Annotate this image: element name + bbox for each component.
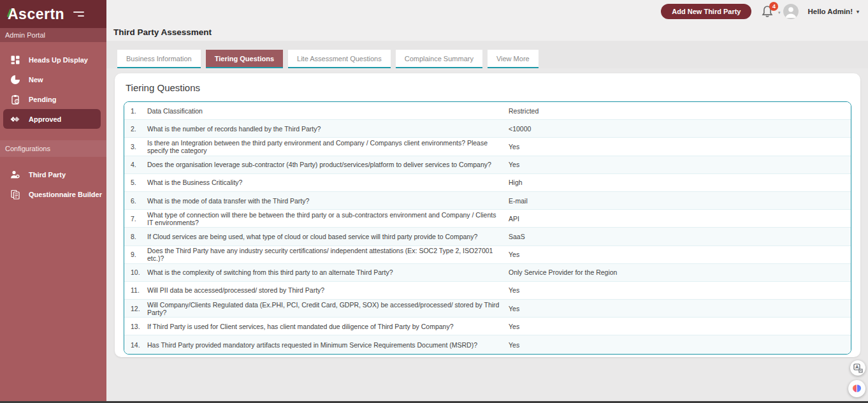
sidebar-item-label: Heads Up Display xyxy=(29,56,88,64)
chevron-down-icon: ▾ xyxy=(857,9,859,15)
content-area: Tiering Questions 1.Data ClassificationR… xyxy=(106,68,868,401)
table-row: 13.If Third Party is used for Client ser… xyxy=(124,318,851,335)
row-number: 4. xyxy=(124,161,147,168)
chevron-down-icon: ▾ xyxy=(778,10,781,15)
pie-icon xyxy=(10,75,20,85)
topbar: Add New Third Party 4 ▾ Hello Admin! ▾ xyxy=(106,0,868,23)
sidebar-section-configurations: Configurations xyxy=(0,140,106,157)
row-number: 12. xyxy=(124,305,147,312)
sidebar-item-label: Third Party xyxy=(29,171,66,179)
tabs: Business Information Tiering Questions L… xyxy=(106,41,868,68)
sidebar-item-heads-up-display[interactable]: Heads Up Display xyxy=(0,50,106,70)
question-text: Will PII data be accessed/processed/ sto… xyxy=(147,286,509,294)
notification-badge: 4 xyxy=(769,2,778,11)
user-menu[interactable]: Hello Admin! ▾ xyxy=(807,8,859,15)
row-number: 7. xyxy=(124,215,147,223)
question-text: Will Company/Clients Regulated data (Ex.… xyxy=(147,301,509,316)
user-gear-icon xyxy=(10,170,20,180)
tiering-questions-card: Tiering Questions 1.Data ClassificationR… xyxy=(115,73,860,357)
sidebar-item-approved[interactable]: Approved xyxy=(3,109,101,129)
row-number: 6. xyxy=(124,197,147,205)
tab-complaince-summary[interactable]: Complaince Summary xyxy=(396,50,482,68)
table-row: 7.What type of connection will there be … xyxy=(124,210,851,228)
sidebar-item-label: Questionnaire Builder xyxy=(29,191,102,198)
answer-text: API xyxy=(509,215,851,223)
sidebar-item-pending[interactable]: Pending xyxy=(0,89,106,109)
table-row: 4.Does the organisation leverage sub-con… xyxy=(124,156,851,174)
assistant-button[interactable] xyxy=(848,380,865,397)
sidebar-config-nav: Third Party Questionnaire Builder xyxy=(0,157,106,209)
table-row: 1.Data ClassificationRestricted xyxy=(124,102,851,120)
logo-bar: Ascertn xyxy=(0,0,106,28)
table-row: 14.Has Third Party provided mandatory ar… xyxy=(124,335,851,353)
sidebar-item-label: New xyxy=(29,76,43,84)
row-number: 10. xyxy=(124,268,147,276)
sidebar-item-questionnaire-builder[interactable]: Questionnaire Builder xyxy=(0,184,106,204)
answer-text: Restricted xyxy=(509,107,851,115)
answer-text: Yes xyxy=(509,305,851,312)
answer-text: SaaS xyxy=(509,233,851,240)
person-icon xyxy=(783,4,799,19)
tab-view-more[interactable]: View More xyxy=(488,50,539,68)
row-number: 8. xyxy=(124,233,147,240)
answer-text: High xyxy=(509,179,851,186)
menu-toggle-icon[interactable] xyxy=(73,11,84,17)
greeting-text: Hello Admin! xyxy=(807,8,853,15)
app-logo[interactable]: Ascertn xyxy=(8,6,64,23)
tab-tiering-questions[interactable]: Tiering Questions xyxy=(206,50,283,68)
page-title: Third Party Assessment xyxy=(113,27,212,37)
table-row: 10.What is the complexity of switching f… xyxy=(124,264,851,282)
table-row: 3.Is there an Integration between the th… xyxy=(124,138,851,156)
question-text: What is the Business Criticality? xyxy=(147,179,509,186)
question-text: What type of connection will there be be… xyxy=(147,211,509,226)
answer-text: Yes xyxy=(509,143,851,150)
table-row: 5.What is the Business Criticality?High xyxy=(124,174,851,192)
table-row: 2.What is the number of records handled … xyxy=(124,120,851,138)
add-new-third-party-button[interactable]: Add New Third Party xyxy=(661,4,751,19)
answer-text: Yes xyxy=(509,323,851,330)
question-text: Does the Third Party have any industry s… xyxy=(147,247,509,262)
row-number: 1. xyxy=(124,107,147,115)
table-row: 8.If Cloud services are being used, what… xyxy=(124,228,851,245)
translate-button[interactable]: A xyxy=(850,360,865,376)
tab-business-information[interactable]: Business Information xyxy=(117,50,201,68)
row-number: 5. xyxy=(124,179,147,186)
question-text: If Third Party is used for Client servic… xyxy=(147,323,509,330)
brain-icon xyxy=(851,384,862,393)
row-number: 14. xyxy=(124,341,147,349)
questionnaire-icon xyxy=(10,189,20,200)
answer-text: Yes xyxy=(509,161,851,168)
answer-text: Yes xyxy=(509,341,851,349)
row-number: 11. xyxy=(124,286,147,294)
question-text: Has Third Party provided mandatory artif… xyxy=(147,341,509,349)
question-text: Does the organisation leverage sub-contr… xyxy=(147,161,509,168)
sidebar-nav: Heads Up Display New Pending Approved xyxy=(0,42,106,134)
tab-lite-assessment-questions[interactable]: Lite Assessment Questions xyxy=(288,50,391,68)
answer-text: E-mail xyxy=(509,197,851,205)
row-number: 13. xyxy=(124,323,147,330)
sidebar-section-admin-portal: Admin Portal xyxy=(0,28,106,42)
row-number: 2. xyxy=(124,125,147,133)
card-heading: Tiering Questions xyxy=(126,82,851,93)
table-row: 11.Will PII data be accessed/processed/ … xyxy=(124,282,851,300)
clipboard-clock-icon xyxy=(10,94,20,105)
answer-text: Yes xyxy=(509,286,851,294)
question-text: What is the complexity of switching from… xyxy=(147,268,509,276)
table-row: 12.Will Company/Clients Regulated data (… xyxy=(124,300,851,318)
sidebar-item-third-party[interactable]: Third Party xyxy=(0,165,106,184)
table-row: 9.Does the Third Party have any industry… xyxy=(124,246,851,264)
notifications-button[interactable]: 4 ▾ xyxy=(760,4,774,18)
avatar[interactable] xyxy=(783,4,799,19)
handshake-icon xyxy=(10,114,20,124)
answer-text: Only Service Provider for the Region xyxy=(509,268,851,276)
svg-text:A: A xyxy=(855,364,859,370)
sidebar-item-label: Approved xyxy=(29,115,61,123)
answer-text: <10000 xyxy=(509,125,851,133)
row-number: 9. xyxy=(124,251,147,258)
question-text: What is the number of records handled by… xyxy=(147,125,509,133)
sidebar-item-new[interactable]: New xyxy=(0,70,106,89)
question-text: Is there an Integration between the thir… xyxy=(147,139,509,154)
sidebar-item-label: Pending xyxy=(29,96,56,103)
translate-icon: A xyxy=(853,363,863,373)
question-text: What is the mode of data transfer with t… xyxy=(147,197,509,205)
